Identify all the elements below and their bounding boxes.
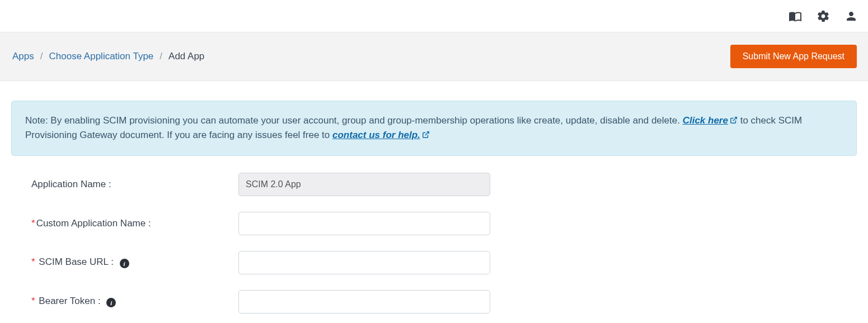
breadcrumb-link-apps[interactable]: Apps (12, 51, 34, 62)
breadcrumb-link-choose[interactable]: Choose Application Type (49, 51, 153, 62)
form-row-custom-application-name: *Custom Application Name : (31, 212, 837, 235)
breadcrumb-sep: / (40, 51, 43, 62)
topbar (0, 0, 868, 32)
bearer-token-input[interactable] (238, 290, 490, 314)
page-header: Apps / Choose Application Type / Add App… (0, 32, 868, 81)
book-icon[interactable] (789, 10, 802, 23)
info-icon[interactable]: i (106, 298, 116, 307)
custom-application-name-input[interactable] (238, 212, 490, 235)
click-here-link[interactable]: Click here (683, 115, 738, 126)
breadcrumb-sep: / (159, 51, 162, 62)
form-row-bearer-token: * Bearer Token : i (31, 290, 837, 314)
user-icon[interactable] (844, 10, 858, 23)
note-text: Note: By enabling SCIM provisioning you … (25, 115, 683, 126)
label-custom-application-name: *Custom Application Name : (31, 218, 238, 229)
note-box: Note: By enabling SCIM provisioning you … (11, 101, 857, 156)
label-bearer-token: * Bearer Token : i (31, 296, 238, 308)
info-icon[interactable]: i (120, 259, 129, 268)
label-scim-base-url: * SCIM Base URL : i (31, 256, 238, 269)
gear-icon[interactable] (817, 10, 830, 23)
add-app-form: Application Name : *Custom Application N… (11, 156, 857, 323)
breadcrumb: Apps / Choose Application Type / Add App (12, 51, 204, 62)
form-row-application-name: Application Name : (31, 173, 837, 196)
label-application-name: Application Name : (31, 179, 238, 190)
breadcrumb-current: Add App (168, 51, 204, 62)
scim-base-url-input[interactable] (238, 251, 490, 274)
contact-us-link[interactable]: contact us for help. (332, 130, 430, 140)
submit-new-app-request-button[interactable]: Submit New App Request (730, 45, 857, 68)
application-name-input (238, 173, 490, 196)
form-row-scim-base-url: * SCIM Base URL : i (31, 251, 837, 274)
